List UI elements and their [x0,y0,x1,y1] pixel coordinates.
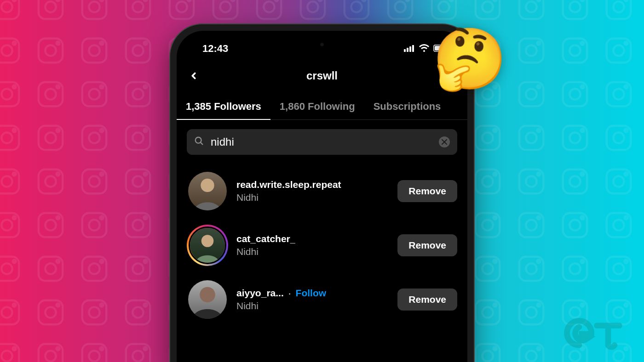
search-input[interactable] [211,136,432,148]
svg-point-19 [264,1,274,12]
svg-point-59 [144,41,147,45]
svg-point-250 [132,220,143,230]
follow-link[interactable]: Follow [296,288,327,299]
svg-line-440 [201,142,203,145]
svg-point-341 [57,303,60,306]
svg-point-44 [625,0,628,1]
svg-rect-150 [82,126,107,150]
tab-followers[interactable]: 1,385 Followers [177,94,270,120]
cellular-icon [404,43,415,55]
svg-rect-387 [39,344,63,362]
thinking-emoji-sticker: 🤔 [432,24,507,94]
follower-info[interactable]: aiyyo_ra... · Follow Nidhi [236,288,389,311]
svg-rect-30 [432,0,456,19]
follower-info[interactable]: read.write.sleep.repeat Nidhi [236,179,389,203]
svg-point-149 [57,129,60,132]
svg-point-379 [613,307,624,317]
svg-rect-12 [170,0,194,19]
svg-rect-57 [126,39,150,63]
svg-rect-192 [0,170,19,194]
svg-rect-228 [519,170,544,194]
svg-point-226 [482,176,493,187]
svg-point-386 [13,347,16,350]
svg-point-371 [494,303,497,306]
svg-point-52 [45,45,56,56]
username: cat_catcher_ [236,233,295,244]
clear-search-button[interactable] [439,136,450,147]
svg-point-56 [100,41,104,45]
svg-rect-42 [607,0,631,19]
svg-point-58 [132,45,143,56]
svg-rect-372 [519,300,544,325]
svg-point-230 [537,172,540,175]
avatar[interactable] [187,279,228,320]
svg-point-326 [537,260,540,263]
svg-rect-90 [607,39,631,63]
svg-point-293 [57,260,60,263]
separator: · [288,288,291,299]
svg-point-101 [57,85,60,88]
svg-point-107 [144,85,147,88]
svg-point-229 [526,176,536,187]
svg-point-242 [13,216,16,219]
svg-point-443 [201,179,214,192]
svg-point-418 [482,351,493,361]
avatar[interactable] [187,170,228,212]
follower-info[interactable]: cat_catcher_ Nidhi [236,233,389,257]
svg-rect-231 [563,170,587,194]
svg-point-29 [406,0,409,1]
svg-rect-417 [476,344,500,362]
remove-button[interactable]: Remove [397,288,457,311]
svg-rect-243 [39,213,63,238]
svg-rect-153 [126,126,150,150]
tab-subscriptions[interactable]: Subscriptions [364,94,450,119]
svg-point-8 [100,0,104,1]
svg-point-202 [132,176,143,187]
list-item: cat_catcher_ Nidhi Remove [187,218,457,272]
svg-point-241 [1,220,12,230]
svg-point-373 [526,307,536,317]
svg-point-325 [526,263,536,274]
svg-point-248 [100,216,104,219]
svg-point-38 [537,0,540,1]
header: crswll [177,57,467,85]
svg-point-40 [569,1,580,12]
svg-point-376 [569,307,580,317]
front-camera [320,43,324,46]
svg-point-197 [57,172,60,175]
remove-button[interactable]: Remove [397,234,457,256]
svg-point-85 [526,45,536,56]
avatar-with-story[interactable] [187,225,228,266]
svg-point-5 [57,0,60,1]
remove-button[interactable]: Remove [397,180,457,202]
svg-point-98 [13,85,16,88]
svg-point-50 [13,41,16,45]
svg-rect-273 [476,213,500,238]
svg-point-278 [537,216,540,219]
svg-point-14 [188,0,191,1]
search-row [177,120,467,164]
svg-rect-393 [126,344,150,362]
back-button[interactable] [187,69,201,83]
svg-rect-15 [213,0,238,19]
svg-point-344 [100,303,104,306]
svg-rect-336 [0,300,19,325]
svg-point-41 [581,0,584,1]
svg-point-43 [613,1,624,12]
svg-point-277 [526,220,536,230]
page-title: crswll [306,69,338,82]
svg-rect-105 [126,82,150,107]
svg-rect-21 [301,0,325,19]
tab-following[interactable]: 1,860 Following [270,94,364,119]
svg-rect-282 [607,213,631,238]
svg-rect-434 [409,46,411,52]
list-item: read.write.sleep.repeat Nidhi Remove [187,164,457,218]
svg-rect-18 [257,0,282,19]
svg-point-332 [625,260,628,263]
svg-rect-27 [388,0,413,19]
svg-point-152 [100,129,104,132]
svg-point-244 [45,220,56,230]
svg-rect-246 [82,213,107,238]
svg-point-137 [581,85,584,88]
display-name: Nidhi [236,300,389,311]
